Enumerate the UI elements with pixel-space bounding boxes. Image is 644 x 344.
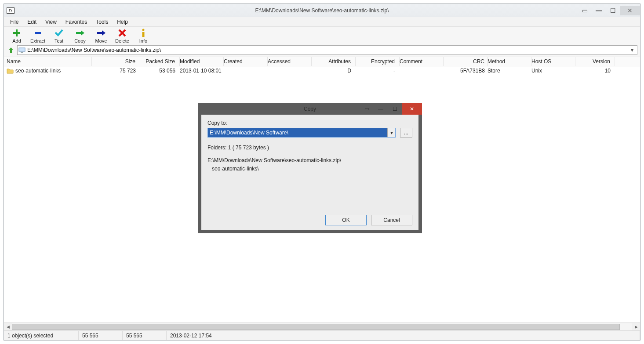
extract-button[interactable]: Extract [29,29,47,43]
extract-label: Extract [30,38,45,43]
test-button[interactable]: Test [50,29,68,43]
item-encrypted: - [356,68,400,74]
app-icon: 7z [7,7,15,14]
dialog-snap-icon[interactable]: ▭ [360,103,374,115]
col-method[interactable]: Method [488,57,531,66]
address-bar[interactable]: E:\MM\Downloads\New Software\seo-automat… [17,45,637,55]
source-item-line: seo-automatic-links\ [207,165,412,173]
copy-to-label: Copy to: [207,120,412,126]
dialog-minimize-button[interactable]: — [374,103,388,115]
svg-rect-2 [35,32,41,34]
status-selected: 1 object(s) selected [4,331,79,340]
move-button[interactable]: Move [92,29,110,43]
title-bar: 7z E:\MM\Downloads\New Software\seo-auto… [4,4,640,17]
list-item[interactable]: seo-automatic-links 75 723 53 056 2013-0… [4,66,640,75]
col-size[interactable]: Size [92,57,140,66]
item-host: Unix [531,68,575,74]
maximize-button[interactable]: ☐ [606,6,620,15]
svg-point-5 [142,29,145,31]
item-modified: 2013-01-10 08:01 [180,68,224,74]
status-size1: 55 565 [79,331,123,340]
close-button[interactable]: ✕ [620,6,640,15]
col-encrypted[interactable]: Encrypted [356,57,400,66]
copy-to-combo[interactable]: E:\MM\Downloads\New Software\ ▾ [207,128,396,138]
scroll-thumb[interactable] [12,324,620,330]
minus-icon [33,29,42,37]
window-title: E:\MM\Downloads\New Software\seo-automat… [4,7,640,14]
svg-rect-8 [21,52,23,53]
menu-favorites[interactable]: Favorites [61,18,91,26]
info-icon [139,29,148,37]
item-version: 10 [575,68,615,74]
move-arrow-icon [97,29,106,37]
item-method: Store [488,68,531,74]
address-dropdown-icon[interactable]: ▾ [628,47,636,53]
window-snap-icon[interactable]: ▭ [578,6,592,15]
item-attributes: D [312,68,356,74]
source-path-line: E:\MM\Downloads\New Software\seo-automat… [207,156,412,165]
minimize-button[interactable]: — [592,6,606,15]
delete-button[interactable]: Delete [113,29,131,43]
col-modified[interactable]: Modified [180,57,224,66]
col-comment[interactable]: Comment [400,57,444,66]
status-size2: 55 565 [123,331,167,340]
cancel-button[interactable]: Cancel [371,215,412,225]
up-button[interactable] [7,46,15,54]
item-packed: 53 056 [140,68,180,74]
toolbar: Add Extract Test Copy Move Delete Info [4,27,640,44]
info-label: Info [139,38,147,43]
add-label: Add [12,38,21,43]
address-text: E:\MM\Downloads\New Software\seo-automat… [27,47,628,53]
item-name: seo-automatic-links [15,68,61,74]
menu-tools[interactable]: Tools [91,18,113,26]
menu-edit[interactable]: Edit [23,18,41,26]
add-button[interactable]: Add [7,29,26,43]
check-icon [55,29,63,37]
item-size: 75 723 [92,68,140,74]
menu-file[interactable]: File [6,18,23,26]
info-button[interactable]: Info [134,29,153,43]
copy-to-value: E:\MM\Downloads\New Software\ [208,128,387,137]
delete-label: Delete [115,38,129,43]
copy-arrow-icon [76,29,84,37]
col-name[interactable]: Name [4,57,92,66]
col-version[interactable]: Version [575,57,615,66]
move-label: Move [95,38,107,43]
dialog-info: Folders: 1 ( 75 723 bytes ) E:\MM\Downlo… [207,144,412,174]
item-crc: 5FA731B8 [444,68,488,74]
scroll-left-icon[interactable]: ◀ [4,325,12,329]
horizontal-scrollbar[interactable]: ◀ ▶ [4,322,640,330]
folders-line: Folders: 1 ( 75 723 bytes ) [207,144,412,152]
copy-dialog: Copy ▭ — ☐ ✕ Copy to: E:\MM\Downloads\Ne… [198,103,422,233]
menu-view[interactable]: View [41,18,61,26]
folder-icon [7,68,14,74]
col-accessed[interactable]: Accessed [268,57,312,66]
column-headers: Name Size Packed Size Modified Created A… [4,57,640,66]
col-created[interactable]: Created [224,57,268,66]
combo-dropdown-icon[interactable]: ▾ [387,128,395,137]
status-bar: 1 object(s) selected 55 565 55 565 2013-… [4,330,640,340]
ok-button[interactable]: OK [325,215,367,225]
scroll-right-icon[interactable]: ▶ [632,325,640,329]
col-attributes[interactable]: Attributes [312,57,356,66]
browse-button[interactable]: ... [400,128,412,138]
menu-bar: File Edit View Favorites Tools Help [4,17,640,27]
dialog-title-bar: Copy ▭ — ☐ ✕ [198,103,422,115]
copy-button[interactable]: Copy [71,29,89,43]
col-packed[interactable]: Packed Size [140,57,180,66]
menu-help[interactable]: Help [113,18,132,26]
status-date: 2013-02-12 17:54 [167,331,640,340]
plus-icon [12,29,21,37]
svg-rect-7 [19,48,25,51]
dialog-close-button[interactable]: ✕ [402,103,422,115]
computer-icon [18,47,25,53]
address-bar-row: E:\MM\Downloads\New Software\seo-automat… [4,44,640,57]
svg-rect-6 [142,32,145,37]
col-host[interactable]: Host OS [531,57,575,66]
test-label: Test [55,38,63,43]
col-crc[interactable]: CRC [444,57,488,66]
dialog-maximize-button[interactable]: ☐ [388,103,402,115]
svg-rect-1 [13,32,20,34]
copy-label: Copy [74,38,86,43]
delete-icon [118,29,127,37]
